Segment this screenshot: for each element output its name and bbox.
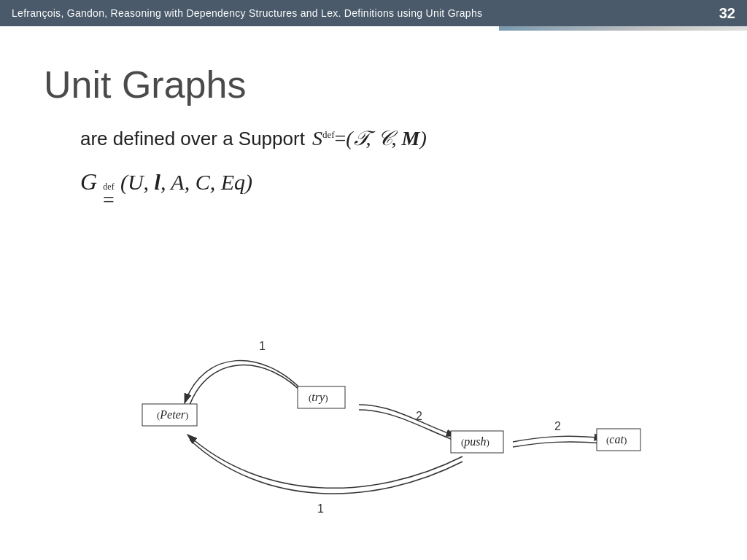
node-try-label: (try) xyxy=(309,391,328,404)
slide-content: Unit Graphs are defined over a Support S… xyxy=(0,26,747,560)
slide-title: Unit Graphs xyxy=(44,63,703,106)
diagram-container: 1 2 1 2 (Peter) (try) xyxy=(44,334,671,538)
support-formula-line: are defined over a Support Sdef=(𝒯, 𝒞, M… xyxy=(80,127,703,151)
edge-push-cat-inner xyxy=(513,442,603,447)
edge-push-cat-outer xyxy=(513,436,604,442)
node-peter-label: (Peter) xyxy=(157,408,188,421)
graph-diagram: 1 2 1 2 (Peter) (try) xyxy=(44,334,671,524)
g-rhs: (U, l, A, C, Eq) xyxy=(120,170,252,195)
header-bar: Lefrançois, Gandon, Reasoning with Depen… xyxy=(0,0,747,26)
edge-push-peter-outer xyxy=(187,435,462,488)
edge-try-peter-outer xyxy=(185,360,303,403)
edge-try-push-inner xyxy=(359,410,457,441)
edge-push-peter-inner xyxy=(190,440,462,494)
header-title: Lefrançois, Gandon, Reasoning with Depen… xyxy=(12,7,482,19)
support-math: Sdef=(𝒯, 𝒞, M) xyxy=(312,127,427,151)
g-formula: G def = (U, l, A, C, Eq) xyxy=(80,168,703,216)
node-cat-label: (cat) xyxy=(606,433,627,446)
g-lhs: G xyxy=(80,168,97,195)
node-push-label: (push) xyxy=(461,435,489,448)
support-text: are defined over a Support xyxy=(80,128,305,150)
edge-label-push-peter: 1 xyxy=(317,502,324,515)
g-def-equals: def = xyxy=(103,180,115,214)
edge-label-try-push: 2 xyxy=(416,410,422,422)
slide-number: 32 xyxy=(719,5,735,22)
edge-label-push-cat: 2 xyxy=(554,420,561,432)
edge-label-try-peter: 1 xyxy=(259,340,266,352)
